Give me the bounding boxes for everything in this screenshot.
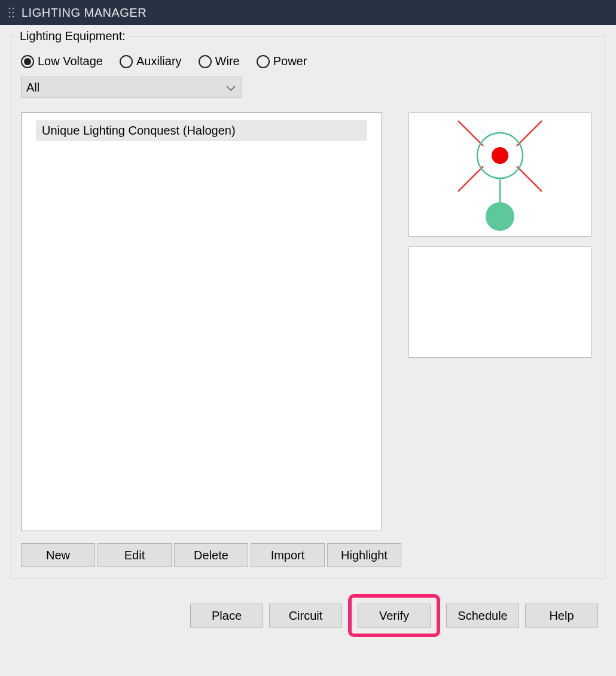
radio-low-voltage[interactable]: Low Voltage xyxy=(21,54,103,68)
svg-point-1 xyxy=(13,8,14,10)
button-row-1: New Edit Delete Import Highlight xyxy=(21,543,595,567)
lighting-symbol-icon xyxy=(440,115,560,235)
right-panels xyxy=(408,112,591,531)
delete-button[interactable]: Delete xyxy=(174,543,248,567)
radio-label: Low Voltage xyxy=(38,54,103,68)
help-button[interactable]: Help xyxy=(525,604,598,628)
preview-panel xyxy=(408,112,591,237)
svg-point-0 xyxy=(9,8,11,10)
content-row: Unique Lighting Conquest (Halogen) xyxy=(21,112,595,531)
radio-icon xyxy=(199,55,212,68)
svg-point-4 xyxy=(9,16,11,18)
schedule-button[interactable]: Schedule xyxy=(446,604,519,628)
radio-auxiliary[interactable]: Auxiliary xyxy=(120,54,182,68)
radio-label: Power xyxy=(273,54,307,68)
radio-label: Auxiliary xyxy=(136,54,182,68)
new-button[interactable]: New xyxy=(21,543,95,567)
svg-point-5 xyxy=(13,16,14,18)
titlebar: LIGHTING MANAGER xyxy=(0,0,616,25)
equipment-fieldset: Lighting Equipment: Low Voltage Auxiliar… xyxy=(11,36,605,578)
verify-highlight-annotation: Verify xyxy=(348,594,440,637)
button-row-2: Place Circuit Verify Schedule Help xyxy=(11,594,605,637)
filter-dropdown[interactable]: All xyxy=(21,77,242,98)
radio-wire[interactable]: Wire xyxy=(199,54,240,68)
main-area: Lighting Equipment: Low Voltage Auxiliar… xyxy=(0,25,616,648)
grip-icon[interactable] xyxy=(8,7,14,18)
svg-line-7 xyxy=(517,121,542,146)
list-item[interactable]: Unique Lighting Conquest (Halogen) xyxy=(36,120,367,141)
place-button[interactable]: Place xyxy=(190,604,263,628)
radio-icon xyxy=(257,55,270,68)
edit-button[interactable]: Edit xyxy=(97,543,172,567)
fieldset-legend: Lighting Equipment: xyxy=(17,29,128,43)
radio-row: Low Voltage Auxiliary Wire Power xyxy=(21,54,595,68)
radio-icon xyxy=(21,55,34,68)
svg-point-3 xyxy=(13,12,14,14)
svg-point-13 xyxy=(486,202,514,231)
circuit-button[interactable]: Circuit xyxy=(269,604,342,628)
svg-line-6 xyxy=(458,121,483,146)
import-button[interactable]: Import xyxy=(251,543,325,567)
radio-label: Wire xyxy=(215,54,240,68)
svg-point-2 xyxy=(9,12,11,14)
radio-icon xyxy=(120,55,133,68)
svg-line-9 xyxy=(517,166,542,191)
chevron-down-icon xyxy=(226,81,236,95)
radio-power[interactable]: Power xyxy=(257,54,307,68)
equipment-list[interactable]: Unique Lighting Conquest (Halogen) xyxy=(21,112,382,531)
highlight-button[interactable]: Highlight xyxy=(327,543,401,567)
verify-button[interactable]: Verify xyxy=(358,604,431,628)
dropdown-selected: All xyxy=(26,81,39,95)
detail-panel xyxy=(408,246,591,358)
window-title: LIGHTING MANAGER xyxy=(22,6,147,20)
svg-point-11 xyxy=(492,147,508,164)
svg-line-8 xyxy=(458,166,483,191)
